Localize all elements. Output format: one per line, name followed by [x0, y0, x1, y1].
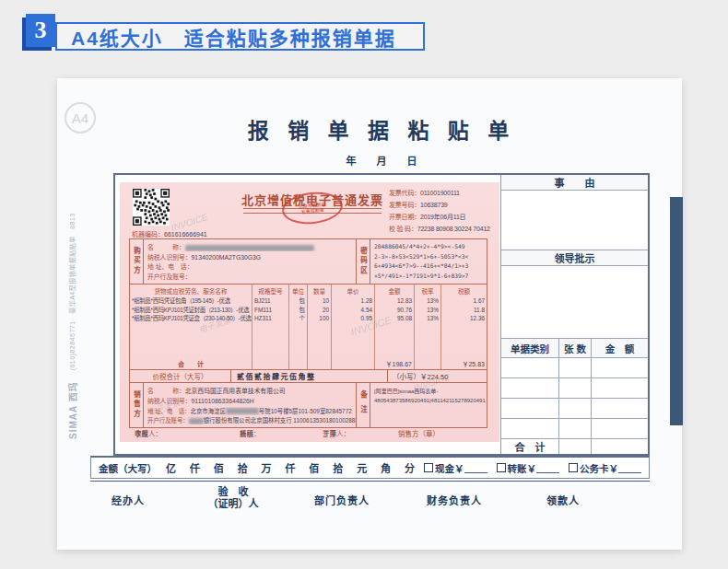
machine-code: 机器编码：661616666941	[132, 229, 207, 238]
cell	[592, 399, 648, 418]
item-cell: 包	[289, 306, 307, 315]
paste-sheet-page: A4 SIMAA 西玛 (010)82845771 豪华A4型报销单据粘贴单 8…	[57, 78, 682, 550]
sig-handler: 经办人	[112, 493, 145, 507]
brand-name: SIMAA 西玛	[65, 381, 79, 439]
check-code-line: 校 验 码：72238 80908 30224 70412	[389, 223, 498, 235]
items-total-label: 合 计	[130, 359, 252, 369]
field-label: 名 称：	[147, 388, 185, 394]
item-cell: 95.08	[375, 314, 414, 323]
redacted-text	[185, 245, 314, 251]
invoice-number-line: 发票号码：10638739	[389, 199, 498, 211]
item-cell: 12.36	[441, 314, 487, 323]
remark-area: [阿里巴巴]simaa西玛表单- 480543873586920491|4811…	[370, 383, 487, 427]
meta-label: 开票日期：	[389, 214, 420, 220]
col-header: 货物或应税劳务、服务名称	[130, 284, 252, 296]
col-price: 单价 1.28 4.54 0.95	[332, 284, 375, 369]
machine-code-value: 661616666941	[164, 231, 207, 238]
field-label: 纳税人识别号：	[147, 254, 192, 261]
field-label: 开户行及账号：	[147, 273, 192, 280]
cell	[592, 378, 648, 398]
field-label: 名 称：	[147, 244, 185, 250]
item-cell: 1.28	[332, 296, 374, 306]
item-cell: 13%	[415, 306, 440, 315]
sig-department: 部门负责人	[314, 493, 370, 507]
summary-row	[501, 399, 648, 419]
seller-box: 销售方 名 称：北京西玛国正商用表单技术有限公司 纳税人识别号：91110108…	[129, 382, 487, 428]
pay-label: 转账	[508, 461, 527, 475]
amount-label: 金额（大写）	[99, 461, 157, 475]
field-value: 北京市海淀区	[191, 408, 226, 414]
cell	[592, 419, 648, 438]
cell	[559, 419, 592, 438]
a4-circle-watermark: A4	[65, 102, 96, 134]
col-amount-header: 金 额	[592, 339, 648, 357]
unit-char: 拾	[333, 460, 343, 475]
cell	[559, 439, 592, 454]
summary-row	[501, 378, 648, 399]
col-item-name: 货物或应税劳务、服务名称 *纸制品*西玛凭证包角（195-145）-优选 *纸制…	[130, 284, 252, 369]
cell	[559, 378, 592, 398]
buyer-side-label: 购买方	[130, 239, 144, 284]
sig-acceptance-line2: （证明）人	[207, 498, 259, 510]
cell	[559, 399, 592, 418]
field-value: 北京西玛国正商用表单技术有限公司	[185, 388, 286, 394]
field-value: 丁萍	[323, 428, 336, 438]
invoice-date-line: 开票日期：2019年06月11日	[389, 211, 498, 223]
col-qty: 数量 10 20 100	[308, 284, 332, 369]
summary-column: 事 由 领导批示 单据类别 张 数 金 额 合 计	[501, 175, 648, 454]
invoice: INVOICE INVOICE INVOICE 电子发票 电子发票	[120, 182, 499, 442]
item-cell: 个	[289, 314, 307, 323]
field-label: 地 址、电 话：	[147, 408, 191, 414]
sheet-title: 报 销 单 据 粘 贴 单	[113, 113, 650, 145]
sig-finance: 财务负责人	[427, 493, 482, 507]
sig-recipient: 领款人	[546, 493, 580, 507]
qr-code-icon	[133, 189, 170, 226]
item-cell: 包	[289, 296, 307, 306]
seller-name-row: 名 称：北京西玛国正商用表单技术有限公司	[147, 386, 356, 395]
item-cell: 10	[308, 296, 331, 306]
redacted-text	[189, 418, 204, 424]
cell	[501, 399, 559, 418]
step-number-badge: 3	[26, 14, 55, 47]
invoice-paste-area: INVOICE INVOICE INVOICE 电子发票 电子发票	[115, 175, 501, 454]
item-cell: 12.83	[375, 296, 414, 306]
col-header: 数量	[308, 284, 331, 296]
buyer-bank-row: 开户行及账号：	[147, 272, 356, 281]
pay-label: 公务卡	[580, 461, 609, 475]
item-cell: 13%	[415, 296, 440, 306]
item-cell: HZ311	[252, 314, 288, 323]
brand-info: (010)82845771 豪华A4型报销单据粘贴单 8813	[67, 213, 76, 370]
invoice-code-line: 发票代码：011001900111	[389, 187, 498, 199]
sum-label: 价税合计（大写）	[130, 370, 231, 382]
summary-table-header: 单据类别 张 数 金 额	[501, 339, 648, 358]
unit-char: 仟	[285, 460, 295, 475]
item-cell: *纸制品*西玛KPJ101凭证封面（213-130）-优选	[130, 306, 252, 315]
remark-line: 480543873586920491|481142115278920491	[374, 396, 485, 405]
items-total-tax: ￥25.83	[441, 359, 487, 369]
buyer-box: 购买方 名 称： 纳税人识别号：91340200MA2TG30G3G 地 址、电…	[129, 238, 487, 284]
item-cell: 1.67	[441, 296, 487, 306]
redacted-text	[226, 408, 259, 414]
approval-space	[501, 266, 648, 339]
field-label: 开户行及账号：	[147, 417, 189, 424]
item-cell: 100	[308, 314, 331, 323]
password-side-label: 密码区	[356, 239, 370, 284]
col-header: 税额	[441, 284, 487, 296]
cell	[592, 358, 648, 377]
card-checkbox	[569, 463, 578, 472]
meta-value: 72238 80908 30224 70412	[417, 226, 490, 232]
payment-options: 现金￥ 转账￥ 公务卡￥	[424, 461, 641, 475]
unit-char: 分	[405, 460, 415, 475]
page-edge-bar	[670, 197, 683, 425]
banner-title: A4纸大小 适合粘贴多种报销单据	[55, 22, 425, 51]
item-cell: BJ211	[252, 296, 288, 306]
items-table: 货物或应税劳务、服务名称 *纸制品*西玛凭证包角（195-145）-优选 *纸制…	[129, 284, 487, 370]
col-tax-rate: 税率 13% 13% 13%	[415, 284, 441, 369]
col-header: 税率	[415, 284, 440, 296]
seller-side-label: 销售方	[130, 383, 144, 427]
password-line: 6+4934<6*7>9--416+<*84/1>+3	[374, 261, 485, 272]
remark-line: [阿里巴巴]simaa西玛表单-	[374, 387, 485, 396]
password-line: 204886045/4*4+2+-4*9><-549	[374, 242, 485, 252]
meta-value: 011001900111	[420, 190, 460, 196]
blank-line	[536, 463, 559, 473]
